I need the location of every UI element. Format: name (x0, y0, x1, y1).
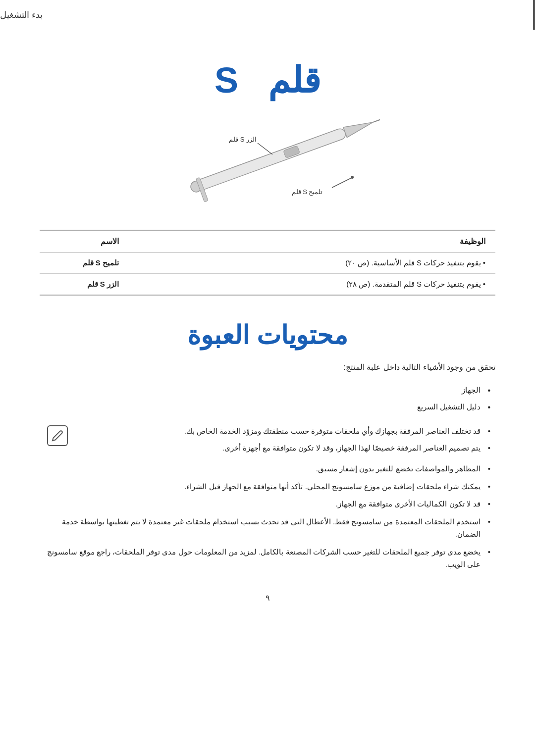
note-item-with-icon: قد تختلف العناصر المرفقة بجهازك وأي ملحق… (40, 423, 495, 456)
note-icon (47, 425, 68, 446)
note-bullet-list: قد تختلف العناصر المرفقة بجهازك وأي ملحق… (68, 423, 495, 456)
svg-line-3 (373, 120, 380, 122)
svg-text:الزر S قلم: الزر S قلم (229, 136, 257, 144)
package-intro: تحقق من وجود الأشياء التالية داخل علبة ا… (40, 362, 495, 372)
svg-line-6 (258, 143, 272, 154)
page-container: بدء التشغيل S قلم (0, 0, 535, 756)
svg-line-8 (332, 178, 352, 188)
note-bullet-item: يتم تصميم العناصر المرفقة خصيصًا لهذا ال… (68, 440, 495, 456)
notes-section: قد تختلف العناصر المرفقة بجهازك وأي ملحق… (40, 423, 495, 573)
table-cell-function-2: • يقوم بتنفيذ حركات S قلم المتقدمة. (ص ٢… (129, 274, 495, 296)
note-standalone-2: يمكنك شراء ملحقات إضافية من موزع سامسونج… (40, 478, 495, 496)
spen-title-section: S قلم (40, 59, 495, 101)
svg-rect-0 (194, 127, 347, 192)
note-text-block: قد تختلف العناصر المرفقة بجهازك وأي ملحق… (68, 423, 495, 456)
list-item: دليل التشغيل السريع (40, 399, 495, 415)
table-header-name: الاسم (40, 230, 129, 252)
note-standalone-4: استخدم الملحقات المعتمدة من سامسونج فقط.… (40, 513, 495, 543)
page-number: ٩ (40, 593, 495, 603)
note-standalone-5: يخضع مدى توفر جميع الملحقات للتغير حسب ا… (40, 543, 495, 573)
table-cell-name-2: الزر S قلم (40, 274, 129, 296)
spen-title-suffix: قلم (268, 60, 321, 100)
svg-rect-4 (283, 146, 300, 158)
list-item: الجهاز (40, 382, 495, 399)
table-row: • يقوم بتنفيذ حركات S قلم المتقدمة. (ص ٢… (40, 274, 495, 296)
features-table: الوظيفة الاسم • يقوم بتنفيذ حركات S قلم … (40, 230, 495, 296)
header-bar: بدء التشغيل (0, 0, 535, 30)
note-standalone-1: المظاهر والمواصفات تخضع للتغير بدون إشعا… (40, 460, 495, 478)
pen-svg: الزر S قلم تلميح S قلم (119, 116, 416, 215)
table-row: • يقوم بتنفيذ حركات S قلم الأساسية. (ص ٢… (40, 252, 495, 274)
header-title: بدء التشغيل (0, 9, 43, 20)
package-items-list: الجهاز دليل التشغيل السريع (40, 382, 495, 415)
table-header-function: الوظيفة (129, 230, 495, 252)
note-standalone-3: قد لا تكون الكماليات الأخرى متوافقة مع ا… (40, 495, 495, 513)
spen-main-title: S قلم (214, 59, 321, 101)
table-cell-function-1: • يقوم بتنفيذ حركات S قلم الأساسية. (ص ٢… (129, 252, 495, 274)
table-cell-name-1: تلميح S قلم (40, 252, 129, 274)
svg-marker-2 (343, 117, 375, 138)
section-title-package: محتويات العبوة (40, 320, 495, 350)
pen-diagram: الزر S قلم تلميح S قلم (119, 116, 416, 215)
svg-point-9 (351, 176, 354, 179)
pencil-icon (52, 430, 63, 442)
spen-title-prefix: S (214, 60, 238, 100)
note-bullet-item: قد تختلف العناصر المرفقة بجهازك وأي ملحق… (68, 423, 495, 440)
svg-text:تلميح S قلم: تلميح S قلم (292, 188, 323, 196)
